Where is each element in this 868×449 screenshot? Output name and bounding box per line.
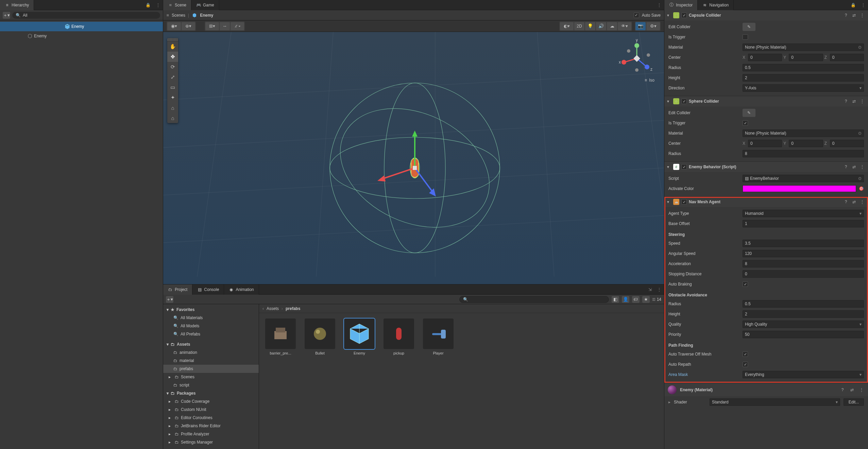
hierarchy-menu-icon[interactable]: ⋮ <box>153 3 163 7</box>
sphere-center-x[interactable]: 0 <box>748 140 782 147</box>
auto-braking-checkbox[interactable] <box>743 281 748 287</box>
speed-field[interactable]: 3.5 <box>743 240 864 247</box>
pkg-profile-analyzer[interactable]: ▸🗀Profile Analyzer <box>163 430 259 438</box>
custom-tool-a-icon[interactable]: ⌂ <box>167 103 178 113</box>
sphere-collider-header[interactable]: ▾ ○ Sphere Collider ? ⇄ ⋮ <box>664 96 868 106</box>
help-icon[interactable]: ? <box>843 165 849 169</box>
fav-all-prefabs[interactable]: 🔍All Prefabs <box>163 330 259 338</box>
breadcrumb-assets[interactable]: Assets <box>267 306 279 311</box>
sphere-center-z[interactable]: 0 <box>830 140 864 147</box>
agent-type-dropdown[interactable]: Humanoid <box>743 210 864 217</box>
favorite-search-icon[interactable]: ★ <box>642 296 650 303</box>
navmesh-enabled-checkbox[interactable] <box>681 199 687 205</box>
sphere-center-y[interactable]: 0 <box>789 140 823 147</box>
project-collapse-icon[interactable]: ⇲ <box>646 287 654 292</box>
project-create-button[interactable]: ＋▾ <box>166 296 173 303</box>
tab-scene[interactable]: ⌗ Scene <box>163 0 191 10</box>
tab-console[interactable]: ▤ Console <box>192 284 224 295</box>
sphere-enabled-checkbox[interactable] <box>681 99 687 104</box>
base-offset-field[interactable]: 1 <box>743 220 864 227</box>
gizmos-dropdown[interactable]: ⚙▾ <box>646 22 660 30</box>
help-icon[interactable]: ? <box>843 99 849 104</box>
auto-traverse-checkbox[interactable] <box>743 351 748 357</box>
hand-tool-icon[interactable]: ✋ <box>167 41 178 52</box>
component-menu-icon[interactable]: ⋮ <box>859 200 865 204</box>
script-enabled-checkbox[interactable] <box>681 164 687 170</box>
preset-icon[interactable]: ⇄ <box>851 165 857 169</box>
custom-tool-b-icon[interactable]: ⌂ <box>167 113 178 123</box>
toggle-hidden-icon[interactable]: 👁▾ <box>618 22 631 30</box>
scale-tool-icon[interactable]: ⤢ <box>167 72 178 82</box>
move-tool-icon[interactable]: ✥ <box>167 52 178 62</box>
asset-pickup[interactable]: pickup <box>383 318 415 355</box>
hidden-objects-count[interactable]: 👁̸ 14 <box>652 297 661 302</box>
pkg-jetbrains-rider[interactable]: ▸🗀JetBrains Rider Editor <box>163 422 259 430</box>
asset-enemy[interactable]: Enemy <box>343 318 375 355</box>
acceleration-field[interactable]: 8 <box>743 260 864 267</box>
shader-edit-button[interactable]: Edit... <box>844 398 864 406</box>
area-mask-label[interactable]: Area Mask <box>668 372 740 377</box>
toggle-2d[interactable]: 2D <box>574 22 584 30</box>
component-menu-icon[interactable]: ⋮ <box>859 165 865 169</box>
fav-all-materials[interactable]: 🔍All Materials <box>163 314 259 322</box>
capsule-istrigger-checkbox[interactable] <box>743 34 748 40</box>
material-header[interactable]: Enemy (Material) ? ⇄ ⋮ <box>664 383 868 396</box>
favorites-header[interactable]: ▾ ★ Favorites <box>163 306 259 314</box>
transform-tool-icon[interactable]: ✦ <box>167 92 178 103</box>
asset-bullet[interactable]: Bullet <box>304 318 336 355</box>
capsule-center-x[interactable]: 0 <box>748 54 782 61</box>
auto-repath-checkbox[interactable] <box>743 362 748 367</box>
breadcrumb-scenes[interactable]: Scenes <box>172 13 185 18</box>
breadcrumb-prefabs[interactable]: prefabs <box>286 306 300 311</box>
orientation-gizmo[interactable]: y x z <box>616 39 657 76</box>
tool-handle-rotation[interactable]: ⊕▾ <box>182 22 195 30</box>
priority-field[interactable]: 50 <box>743 331 864 338</box>
nav-height-field[interactable]: 2 <box>743 310 864 318</box>
tab-inspector[interactable]: ⓘ Inspector <box>664 0 698 10</box>
capsule-height-field[interactable]: 2 <box>743 74 864 82</box>
hierarchy-lock-icon[interactable]: 🔒 <box>143 3 153 7</box>
rect-tool-icon[interactable]: ▭ <box>167 82 178 92</box>
assets-folder[interactable]: ▾ 🗀 Assets <box>163 340 259 348</box>
back-icon[interactable]: ‹ <box>262 306 264 311</box>
folder-prefabs[interactable]: 🗀prefabs <box>163 365 259 373</box>
autosave-checkbox[interactable] <box>634 13 639 18</box>
create-button[interactable]: ＋▾ <box>3 12 10 19</box>
activate-color-field[interactable] <box>743 185 856 192</box>
folder-animation[interactable]: 🗀animation <box>163 348 259 357</box>
hierarchy-search-input[interactable]: 🔍 All <box>12 12 160 19</box>
search-by-label-icon[interactable]: 👤 <box>622 296 629 303</box>
angular-speed-field[interactable]: 120 <box>743 250 864 257</box>
preset-icon[interactable]: ⇄ <box>849 387 855 392</box>
palette-handle[interactable] <box>167 38 178 41</box>
breadcrumb-enemy[interactable]: Enemy <box>200 13 213 18</box>
help-icon[interactable]: ? <box>843 13 849 18</box>
chevron-right-icon[interactable]: ▸ <box>668 400 670 404</box>
shader-dropdown[interactable]: Standard <box>710 398 840 406</box>
capsule-center-y[interactable]: 0 <box>789 54 823 61</box>
folder-script[interactable]: 🗀script <box>163 381 259 389</box>
edit-collider-button[interactable]: ✎ <box>743 23 755 31</box>
scene-camera-icon[interactable]: 📷 <box>635 22 646 30</box>
quality-dropdown[interactable]: High Quality <box>743 321 864 328</box>
preset-icon[interactable]: ⇄ <box>851 13 857 18</box>
sphere-istrigger-checkbox[interactable] <box>743 120 748 126</box>
script-reference-field[interactable]: ▤ EnemyBehavior <box>743 175 864 182</box>
nav-radius-field[interactable]: 0.5 <box>743 300 864 308</box>
capsule-enabled-checkbox[interactable] <box>681 13 687 18</box>
rotate-tool-icon[interactable]: ⟳ <box>167 62 178 72</box>
hierarchy-root-enemy[interactable]: Enemy <box>0 22 163 31</box>
tool-snap-settings[interactable]: ⫽▾ <box>231 22 244 30</box>
toggle-lighting-icon[interactable]: 💡 <box>585 22 595 30</box>
tool-palette[interactable]: ✋ ✥ ⟳ ⤢ ▭ ✦ ⌂ ⌂ <box>167 38 178 123</box>
stopping-distance-field[interactable]: 0 <box>743 270 864 278</box>
tool-snap-increment[interactable]: ↔ <box>220 22 230 30</box>
scene-menu-icon[interactable]: ⋮ <box>654 3 664 7</box>
tab-project[interactable]: 🗀 Project <box>163 284 192 295</box>
component-menu-icon[interactable]: ⋮ <box>859 13 865 18</box>
inspector-menu-icon[interactable]: ⋮ <box>858 3 868 7</box>
help-icon[interactable]: ? <box>839 387 846 392</box>
navmesh-header[interactable]: ▾ ⛰ Nav Mesh Agent ? ⇄ ⋮ <box>664 197 868 207</box>
preset-icon[interactable]: ⇄ <box>851 200 857 204</box>
pkg-code-coverage[interactable]: ▸🗀Code Coverage <box>163 397 259 405</box>
